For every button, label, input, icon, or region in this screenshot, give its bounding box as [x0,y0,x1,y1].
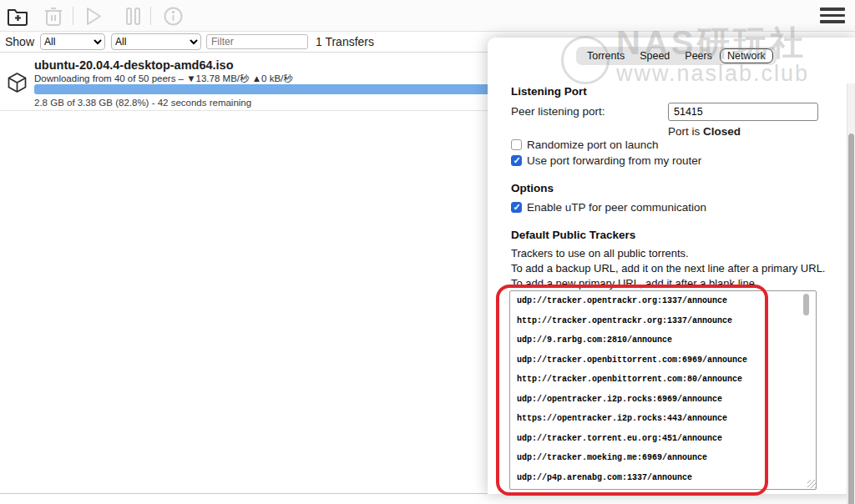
tab-torrents[interactable]: Torrents [579,48,632,63]
add-torrent-icon[interactable] [7,6,29,29]
dialog-scrollbar-track[interactable] [847,83,855,504]
port-status: Port is Closed [668,125,741,138]
toolbar-separator [73,7,73,25]
tab-speed[interactable]: Speed [632,48,677,63]
torrent-cube-icon [7,72,28,97]
checkbox-label: Enable uTP for peer communication [527,201,706,214]
trackers-textarea[interactable] [509,290,817,490]
checkbox-label: Use port forwarding from my router [527,154,701,167]
dialog-scrollbar-thumb[interactable] [848,134,854,504]
toolbar [0,0,855,32]
trackers-hint-3: To add a new primary URL, add it after a… [511,277,758,290]
checkbox-icon [511,139,522,150]
trackers-hint-1: Trackers to use on all public torrents. [511,247,689,260]
inspector-icon[interactable] [163,6,184,30]
toolbar-separator [150,7,151,25]
transmission-web-ui: Show All All 1 Transfers ubuntu-20.04.4-… [0,0,855,504]
transfer-count: 1 Transfers [316,35,374,48]
pause-torrent-icon[interactable] [124,6,143,30]
tab-peers[interactable]: Peers [677,48,720,63]
start-torrent-icon[interactable] [83,6,104,30]
enable-utp-checkbox[interactable]: Enable uTP for peer communication [511,201,706,214]
listening-port-heading: Listening Port [511,85,587,98]
checkbox-label: Randomize port on launch [527,139,659,151]
port-status-value: Closed [703,125,741,138]
filter-input[interactable] [206,34,308,49]
textarea-resize-handle[interactable] [807,480,816,488]
settings-tabbar: Torrents Speed Peers Network [576,47,777,65]
tab-network[interactable]: Network [720,48,773,63]
peer-port-label: Peer listening port: [511,105,605,118]
torrent-status-line: 2.8 GB of 3.38 GB (82.8%) - 42 seconds r… [34,98,251,108]
port-forwarding-checkbox[interactable]: Use port forwarding from my router [511,154,701,167]
randomize-port-checkbox[interactable]: Randomize port on launch [511,139,659,151]
trackers-heading: Default Public Trackers [511,229,635,241]
torrent-name: ubuntu-20.04.4-desktop-amd64.iso [34,58,234,72]
trackers-hint-2: To add a backup URL, add it on the next … [511,262,825,275]
textarea-scrollbar-thumb[interactable] [803,294,809,315]
checkbox-icon [511,202,522,213]
torrent-peers-line: Downloading from 40 of 50 peers – ▼13.78… [34,73,293,85]
peer-port-input[interactable] [668,103,818,121]
settings-dialog: NAS研玩社 www.naslab.club Torrents Speed Pe… [488,38,855,494]
checkbox-icon [511,155,522,166]
remove-torrent-icon[interactable] [43,6,63,31]
tracker-filter-select[interactable]: All [111,33,201,50]
state-filter-select[interactable]: All [40,33,105,50]
menu-icon[interactable] [820,8,845,24]
show-label: Show [5,35,34,48]
options-heading: Options [511,182,554,194]
